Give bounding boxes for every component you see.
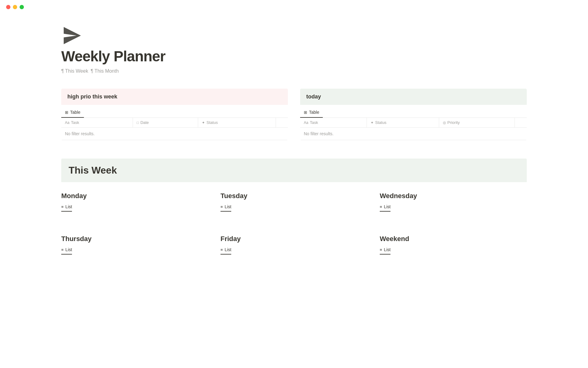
high-prio-title: high prio this week <box>67 94 117 100</box>
tuesday-list-tab[interactable]: ≡ List <box>221 202 231 212</box>
date-label-1: Date <box>140 120 149 125</box>
thursday-title: Thursday <box>61 235 208 243</box>
col-add-2[interactable] <box>514 118 527 128</box>
col-status-1: ✦ Status <box>198 118 276 128</box>
list-icon-thursday: ≡ <box>61 247 64 252</box>
thursday-view-label: List <box>66 247 72 252</box>
today-title: today <box>306 94 321 100</box>
breadcrumb-this-month[interactable]: ¶ This Month <box>91 68 119 74</box>
table-icon-2: ⊞ <box>304 110 307 115</box>
task-icon-1: Aa <box>65 121 70 125</box>
today-no-results: No filter results. <box>300 128 527 140</box>
wednesday-section: Wednesday ≡ List <box>380 192 527 217</box>
weekend-section: Weekend ≡ List <box>380 235 527 259</box>
today-db-view: ⊞ Table Aa Task <box>300 107 527 140</box>
paragraph-icon-1: ¶ <box>61 68 64 74</box>
breadcrumb-this-week-label: This Week <box>65 68 88 74</box>
monday-section: Monday ≡ List <box>61 192 208 217</box>
friday-title: Friday <box>221 235 368 243</box>
page-title: Weekly Planner <box>61 48 527 65</box>
days-grid: Monday ≡ List Tuesday ≡ List Wednesday ≡ <box>61 192 527 266</box>
wednesday-view-label: List <box>384 204 391 209</box>
col-status-2: ✦ Status <box>367 118 439 128</box>
priority-icon-2: ◎ <box>443 121 446 125</box>
status-icon-1: ✦ <box>202 121 205 125</box>
high-prio-tab-label: Table <box>70 110 80 115</box>
tuesday-view-label: List <box>225 204 232 209</box>
today-table-tab[interactable]: ⊞ Table <box>300 107 323 118</box>
high-prio-table: Aa Task □ Date <box>61 118 288 140</box>
list-icon-tuesday: ≡ <box>221 205 223 209</box>
monday-title: Monday <box>61 192 208 200</box>
high-prio-section: high prio this week ⊞ Table Aa <box>61 89 288 140</box>
breadcrumbs: ¶ This Week ¶ This Month <box>61 68 527 74</box>
today-tabs: ⊞ Table <box>300 107 527 118</box>
today-table: Aa Task ✦ Status <box>300 118 527 140</box>
status-icon-2: ✦ <box>371 121 374 125</box>
friday-list-tab[interactable]: ≡ List <box>221 245 231 255</box>
weekend-title: Weekend <box>380 235 527 243</box>
this-week-header: This Week <box>61 159 527 182</box>
wednesday-title: Wednesday <box>380 192 527 200</box>
col-task-1: Aa Task <box>61 118 133 128</box>
list-icon-monday: ≡ <box>61 205 64 209</box>
status-label-2: Status <box>375 120 386 125</box>
weekend-view-label: List <box>384 247 391 252</box>
priority-label-2: Priority <box>447 120 460 125</box>
maximize-button[interactable] <box>20 5 24 9</box>
friday-section: Friday ≡ List <box>221 235 368 259</box>
list-icon-friday: ≡ <box>221 247 223 252</box>
page-icon <box>61 25 527 48</box>
top-sections-layout: high prio this week ⊞ Table Aa <box>61 89 527 140</box>
breadcrumb-this-month-label: This Month <box>94 68 119 74</box>
task-label-1: Task <box>71 120 79 125</box>
task-icon-2: Aa <box>304 121 308 125</box>
friday-view-label: List <box>225 247 232 252</box>
date-icon-1: □ <box>137 121 139 125</box>
high-prio-tabs: ⊞ Table <box>61 107 288 118</box>
thursday-list-tab[interactable]: ≡ List <box>61 245 72 255</box>
list-icon-weekend: ≡ <box>380 247 382 252</box>
high-prio-header: high prio this week <box>61 89 288 105</box>
col-priority-2: ◎ Priority <box>439 118 514 128</box>
thursday-section: Thursday ≡ List <box>61 235 208 259</box>
monday-list-tab[interactable]: ≡ List <box>61 202 72 212</box>
breadcrumb-this-week[interactable]: ¶ This Week <box>61 68 88 74</box>
main-content: Weekly Planner ¶ This Week ¶ This Month … <box>0 0 588 290</box>
today-tab-label: Table <box>309 110 319 115</box>
today-header: today <box>300 89 527 105</box>
col-add-1[interactable] <box>276 118 288 128</box>
weekend-list-tab[interactable]: ≡ List <box>380 245 390 255</box>
tuesday-section: Tuesday ≡ List <box>221 192 368 217</box>
list-icon-wednesday: ≡ <box>380 205 382 209</box>
high-prio-no-results: No filter results. <box>61 128 288 140</box>
wednesday-list-tab[interactable]: ≡ List <box>380 202 390 212</box>
status-label-1: Status <box>206 120 218 125</box>
today-section: today ⊞ Table Aa Task <box>300 89 527 140</box>
monday-view-label: List <box>66 204 72 209</box>
high-prio-db-view: ⊞ Table Aa Task <box>61 107 288 140</box>
high-prio-table-tab[interactable]: ⊞ Table <box>61 107 84 118</box>
task-label-2: Task <box>310 120 318 125</box>
this-week-section: This Week Monday ≡ List Tuesday ≡ List <box>61 159 527 266</box>
table-icon-1: ⊞ <box>65 110 68 115</box>
close-button[interactable] <box>6 5 10 9</box>
col-date-1: □ Date <box>133 118 198 128</box>
col-task-2: Aa Task <box>300 118 367 128</box>
tuesday-title: Tuesday <box>221 192 368 200</box>
minimize-button[interactable] <box>13 5 17 9</box>
window-chrome <box>0 0 588 14</box>
paragraph-icon-2: ¶ <box>91 68 93 74</box>
